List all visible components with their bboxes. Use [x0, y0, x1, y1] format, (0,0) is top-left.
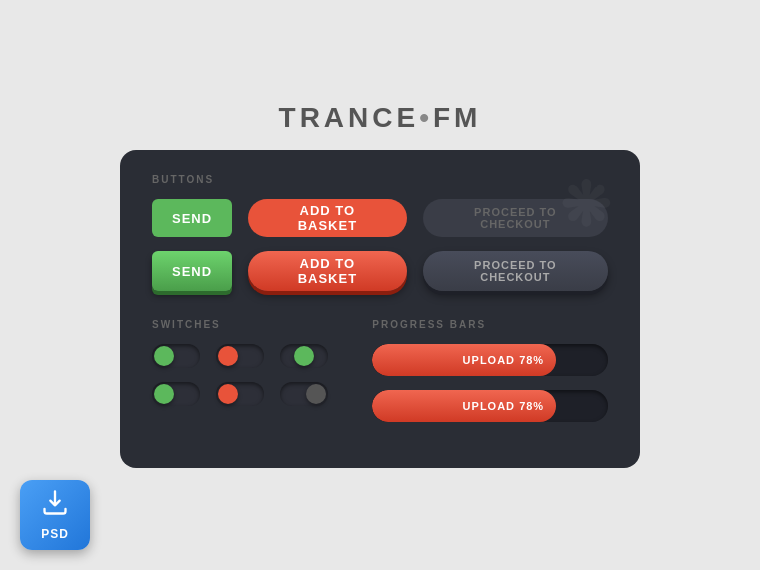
switch-row-2	[152, 382, 348, 406]
toggle-green-on-1[interactable]	[152, 344, 200, 368]
button-row-1: SEND ADD TO BASKET PROCEED TO CHECKOUT	[152, 199, 608, 237]
progress-bar-1: UPLOAD 78%	[372, 344, 608, 376]
progress-fill-1: UPLOAD 78%	[372, 344, 556, 376]
proceed-to-checkout-button-3d[interactable]: PROCEED TO CHECKOUT	[423, 251, 608, 291]
page-wrapper: TRANCE•FM ❋ BUTTONS SEND ADD TO BASKET P…	[0, 102, 760, 468]
progress-text-2: UPLOAD 78%	[463, 400, 545, 412]
bottom-sections: SWITCHES PROGRESS BARS	[152, 319, 608, 436]
add-to-basket-button-flat[interactable]: ADD TO BASKET	[248, 199, 407, 237]
switches-label: SWITCHES	[152, 319, 348, 330]
progress-text-1: UPLOAD 78%	[463, 354, 545, 366]
toggle-red-on-1[interactable]	[216, 344, 264, 368]
switches-section: SWITCHES	[152, 319, 348, 436]
progress-label: PROGRESS BARS	[372, 319, 608, 330]
send-button-flat[interactable]: SEND	[152, 199, 232, 237]
psd-badge[interactable]: PSD	[20, 480, 90, 550]
download-icon	[41, 489, 69, 523]
ui-card: ❋ BUTTONS SEND ADD TO BASKET PROCEED TO …	[120, 150, 640, 468]
brand-title: TRANCE•FM	[279, 102, 482, 134]
switch-row-1	[152, 344, 348, 368]
progress-row-1: UPLOAD 78%	[372, 344, 608, 376]
progress-bar-2: UPLOAD 78%	[372, 390, 608, 422]
buttons-section: BUTTONS SEND ADD TO BASKET PROCEED TO CH…	[152, 174, 608, 291]
button-row-2: SEND ADD TO BASKET PROCEED TO CHECKOUT	[152, 251, 608, 291]
progress-row-2: UPLOAD 78%	[372, 390, 608, 422]
toggle-off-2[interactable]	[280, 382, 328, 406]
psd-label: PSD	[41, 527, 69, 541]
progress-section: PROGRESS BARS UPLOAD 78%	[372, 319, 608, 436]
toggle-red-on-2[interactable]	[216, 382, 264, 406]
add-to-basket-button-3d[interactable]: ADD TO BASKET	[248, 251, 407, 291]
send-button-3d[interactable]: SEND	[152, 251, 232, 291]
proceed-to-checkout-button-flat[interactable]: PROCEED TO CHECKOUT	[423, 199, 608, 237]
toggle-mid-1[interactable]	[280, 344, 328, 368]
toggle-green-on-2[interactable]	[152, 382, 200, 406]
buttons-label: BUTTONS	[152, 174, 608, 185]
progress-fill-2: UPLOAD 78%	[372, 390, 556, 422]
